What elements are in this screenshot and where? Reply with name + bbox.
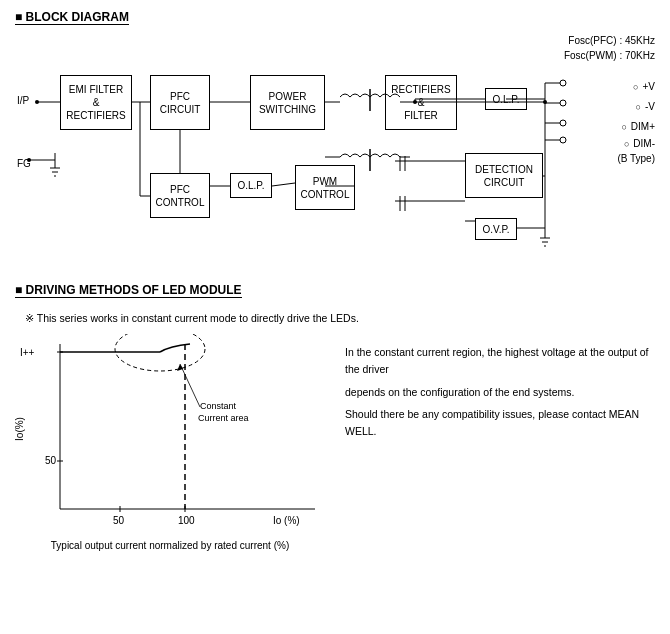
svg-point-19 (560, 120, 566, 126)
svg-text:Current area: Current area (198, 413, 249, 423)
svg-point-21 (560, 137, 566, 143)
svg-text:Io (%): Io (%) (273, 515, 300, 526)
chart-caption: Typical output current normalized by rat… (15, 540, 325, 551)
rectifiers-filter-box: RECTIFIERS&FILTER (385, 75, 457, 130)
svg-text:100: 100 (178, 515, 195, 526)
power-switching-box: POWERSWITCHING (250, 75, 325, 130)
svg-text:Io(%): Io(%) (15, 417, 25, 441)
chart-area: Io(%) I++ 50 50 100 Io (%) (15, 334, 325, 551)
chart-description: In the constant current region, the high… (345, 334, 655, 440)
svg-line-69 (180, 364, 200, 407)
chart-svg: Io(%) I++ 50 50 100 Io (%) (15, 334, 325, 534)
svg-text:Constant: Constant (200, 401, 237, 411)
svg-point-17 (560, 100, 566, 106)
svg-marker-70 (177, 364, 183, 371)
emi-filter-box: EMI FILTER&RECTIFIERS (60, 75, 132, 130)
svg-point-12 (543, 100, 547, 104)
svg-text:50: 50 (113, 515, 125, 526)
detection-circuit-box: DETECTIONCIRCUIT (465, 153, 543, 198)
vminus-label: ○-V (636, 101, 655, 112)
driving-note: ※ This series works in constant current … (25, 312, 655, 324)
block-diagram-section: BLOCK DIAGRAM Fosc(PFC) : 45KHz Fosc(PWM… (15, 10, 655, 263)
svg-line-33 (272, 183, 295, 186)
ip-label: I/P (17, 95, 29, 106)
fg-label: FG (17, 158, 31, 169)
svg-text:50: 50 (45, 455, 57, 466)
olp-left-box: O.L.P. (230, 173, 272, 198)
svg-text:I++: I++ (20, 347, 35, 358)
svg-point-15 (560, 80, 566, 86)
block-diagram-container: Fosc(PFC) : 45KHz Fosc(PWM) : 70KHz I/P … (15, 33, 655, 263)
pfc-circuit-box: PFCCIRCUIT (150, 75, 210, 130)
driving-methods-section: DRIVING METHODS OF LED MODULE ※ This ser… (15, 283, 655, 551)
desc-line3: Should there be any compatibility issues… (345, 406, 655, 440)
desc-line2: depends on the configuration of the end … (345, 384, 655, 401)
btype-label: (B Type) (617, 153, 655, 164)
pfc-control-box: PFCCONTROL (150, 173, 210, 218)
pwm-control-box: PWMCONTROL (295, 165, 355, 210)
ovp-box: O.V.P. (475, 218, 517, 240)
svg-point-1 (35, 100, 39, 104)
dimminus-label: ○DIM- (624, 138, 655, 149)
diagram-area: I/P FG EMI FILTER&RECTIFIERS PFCCIRCUIT … (15, 53, 655, 263)
olp-right-top-box: O.L.P. (485, 88, 527, 110)
driving-methods-title: DRIVING METHODS OF LED MODULE (15, 283, 242, 298)
block-diagram-title: BLOCK DIAGRAM (15, 10, 129, 25)
driving-content: Io(%) I++ 50 50 100 Io (%) (15, 334, 655, 551)
fosc-pfc: Fosc(PFC) : 45KHz (564, 33, 655, 48)
dimplus-label: ○DIM+ (621, 121, 655, 132)
desc-line1: In the constant current region, the high… (345, 344, 655, 378)
vplus-label: ○+V (633, 81, 655, 92)
